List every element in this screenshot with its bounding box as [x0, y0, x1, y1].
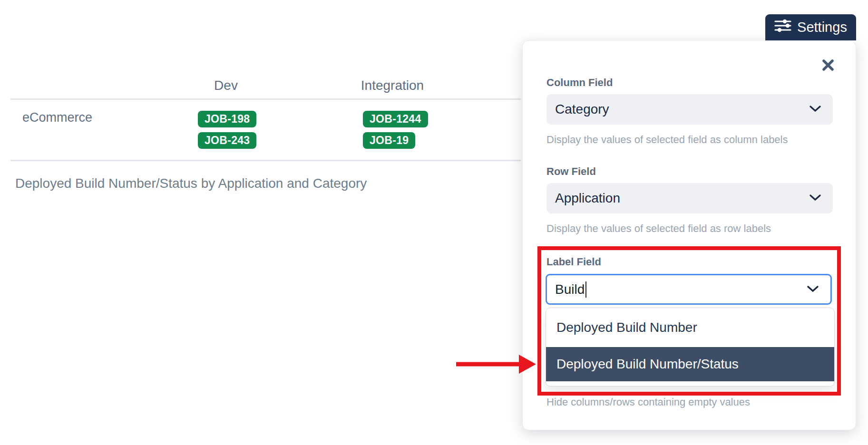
sliders-icon [774, 18, 791, 37]
dropdown-option-deployed-build-number[interactable]: Deployed Build Number [546, 308, 834, 347]
column-field-label: Column Field [546, 77, 613, 89]
job-badge[interactable]: JOB-243 [198, 132, 256, 149]
label-field-input-value: Build [555, 282, 585, 297]
text-cursor [585, 281, 586, 298]
label-field-input[interactable]: Build [546, 274, 832, 305]
row-field-value: Application [555, 191, 809, 206]
settings-button[interactable]: Settings [765, 14, 856, 40]
column-header-dev: Dev [190, 78, 262, 93]
row-label-ecommerce: eCommerce [22, 110, 92, 125]
job-badge[interactable]: JOB-19 [363, 132, 415, 149]
table-row-divider [10, 160, 521, 161]
row-field-label: Row Field [546, 165, 596, 178]
column-field-helper: Display the values of selected field as … [546, 134, 788, 146]
column-header-integration: Integration [352, 78, 433, 93]
settings-button-label: Settings [797, 19, 847, 35]
column-field-value: Category [555, 102, 809, 117]
table-header-divider [10, 98, 521, 100]
job-badge[interactable]: JOB-1244 [363, 111, 428, 127]
column-field-select[interactable]: Category [546, 94, 833, 125]
label-field-dropdown: Deployed Build Number Deployed Build Num… [546, 308, 835, 387]
dropdown-option-deployed-build-number-status[interactable]: Deployed Build Number/Status [546, 347, 834, 381]
settings-panel: Column Field Category Display the values… [522, 40, 856, 430]
row-field-helper: Display the values of selected field as … [546, 222, 771, 235]
job-badge[interactable]: JOB-198 [198, 111, 256, 127]
row-field-select[interactable]: Application [546, 183, 833, 213]
pivot-report-page: Dev Integration eCommerce JOB-198 JOB-24… [0, 0, 868, 445]
close-button[interactable] [820, 58, 836, 73]
label-field-label: Label Field [546, 256, 601, 268]
hide-empty-label: Hide columns/rows containing empty value… [546, 396, 750, 408]
close-icon [821, 67, 835, 74]
chevron-down-icon [809, 104, 821, 115]
table-caption: Deployed Build Number/Status by Applicat… [15, 176, 367, 191]
chevron-down-icon [809, 193, 821, 203]
chevron-down-icon [807, 284, 819, 295]
